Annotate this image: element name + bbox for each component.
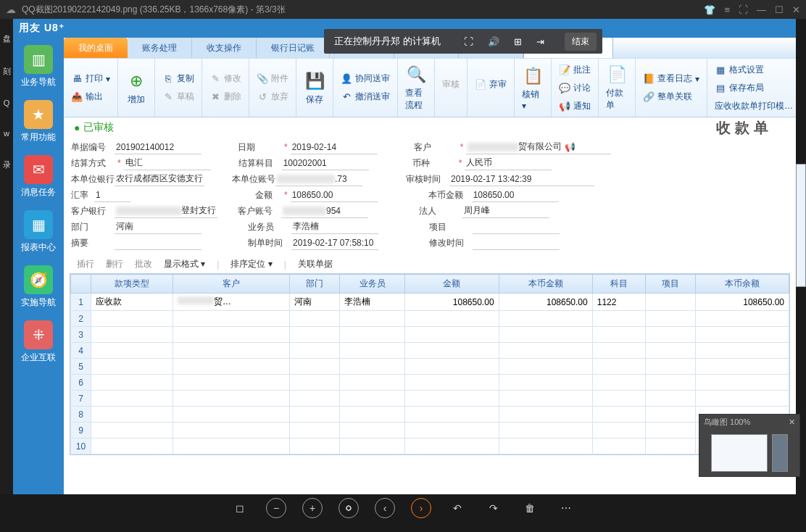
coreview-cancel-button[interactable]: ↶撤消送审 bbox=[338, 88, 393, 105]
cell-amount[interactable] bbox=[405, 407, 499, 423]
currency-field[interactable]: 人民币 bbox=[465, 157, 552, 170]
crop-icon[interactable]: ◻ bbox=[230, 498, 250, 518]
verify-button[interactable]: 📋核销 ▾ bbox=[519, 62, 547, 114]
dock-item[interactable]: w bbox=[4, 129, 9, 138]
cell-sales[interactable] bbox=[339, 423, 405, 439]
col-project[interactable]: 项目 bbox=[646, 275, 696, 294]
sidebar-item-impl[interactable]: 🧭实施导航 bbox=[13, 262, 64, 312]
cell-balance[interactable] bbox=[695, 375, 789, 391]
table-row[interactable]: 6 bbox=[71, 375, 789, 391]
cell-project[interactable] bbox=[646, 375, 696, 391]
maximize-icon[interactable]: ☐ bbox=[775, 4, 784, 15]
cell-subject[interactable] bbox=[592, 359, 646, 375]
custbank-label[interactable]: 客户银行 bbox=[71, 205, 115, 217]
notify-button[interactable]: 📢通知 bbox=[556, 98, 594, 115]
subject-field[interactable]: 100202001 bbox=[282, 157, 369, 170]
cell-customer[interactable] bbox=[173, 407, 289, 423]
copy-button[interactable]: ⎘复制 bbox=[159, 70, 197, 87]
cell-amount[interactable] bbox=[405, 375, 499, 391]
cell-sales[interactable] bbox=[339, 311, 405, 327]
cell-balance[interactable] bbox=[695, 311, 789, 327]
dept-field[interactable]: 河南 bbox=[115, 220, 202, 234]
fit-button[interactable]: ⭘ bbox=[338, 498, 359, 518]
col-type[interactable]: 款项类型 bbox=[91, 275, 173, 294]
ourbank-field[interactable]: 农行成都西区安德支行 bbox=[115, 173, 204, 186]
custacct-field[interactable]: 954 bbox=[281, 204, 368, 218]
volume-icon[interactable]: 🔊 bbox=[488, 36, 499, 47]
cell-sales[interactable] bbox=[339, 439, 405, 454]
cell-dept[interactable] bbox=[290, 439, 340, 454]
sidebar-item-message[interactable]: ✉消息任务 bbox=[13, 152, 64, 201]
cell-customer[interactable] bbox=[173, 375, 289, 391]
table-row[interactable]: 10 bbox=[71, 439, 789, 454]
tab-accounting[interactable]: 账务处理 bbox=[128, 38, 192, 58]
cell-subject[interactable] bbox=[592, 391, 646, 407]
cell-subject[interactable] bbox=[592, 343, 646, 359]
customer-field[interactable]: 贸有限公司📢 bbox=[466, 141, 611, 154]
cell-customer[interactable] bbox=[173, 359, 289, 375]
table-row[interactable]: 1应收款贸…河南李浩楠108650.00108650.001122108650.… bbox=[71, 294, 789, 311]
note-field[interactable] bbox=[115, 236, 202, 250]
cell-sales[interactable] bbox=[339, 327, 405, 343]
cell-customer[interactable] bbox=[173, 423, 289, 439]
cell-sales[interactable] bbox=[339, 359, 405, 375]
rotate-left-button[interactable]: ↶ bbox=[447, 498, 468, 518]
cell-project[interactable] bbox=[646, 391, 696, 407]
cell-type[interactable] bbox=[91, 343, 173, 359]
cell-balance[interactable] bbox=[695, 327, 789, 343]
cell-type[interactable] bbox=[91, 327, 173, 343]
layout-button[interactable]: ▤保存布局 bbox=[712, 80, 796, 96]
cell-local[interactable] bbox=[499, 359, 592, 375]
table-row[interactable]: 7 bbox=[71, 391, 789, 407]
cell-customer[interactable] bbox=[173, 327, 289, 343]
cell-customer[interactable] bbox=[173, 343, 289, 359]
cell-dept[interactable] bbox=[290, 423, 340, 439]
cell-subject[interactable] bbox=[592, 439, 646, 454]
col-customer[interactable]: 客户 bbox=[173, 275, 289, 294]
tab-desktop[interactable]: 我的桌面 bbox=[64, 38, 128, 58]
cell-dept[interactable] bbox=[290, 391, 340, 407]
amount-field[interactable]: 108650.00 bbox=[291, 188, 378, 202]
cell-dept[interactable] bbox=[290, 407, 340, 423]
unaudit-button[interactable]: 📄弃审 bbox=[472, 76, 510, 93]
col-sales[interactable]: 业务员 bbox=[339, 275, 405, 294]
cell-local[interactable] bbox=[499, 439, 592, 454]
cell-balance[interactable] bbox=[695, 391, 789, 407]
cell-amount[interactable] bbox=[405, 327, 499, 343]
output-button[interactable]: 📤输出 bbox=[68, 88, 113, 105]
cell-local[interactable] bbox=[499, 375, 592, 391]
table-row[interactable]: 3 bbox=[71, 327, 789, 343]
menu-icon[interactable]: ≡ bbox=[724, 4, 730, 15]
exit-icon[interactable]: ⇥ bbox=[536, 36, 544, 47]
sales-field[interactable]: 李浩楠 bbox=[291, 220, 378, 234]
minimize-icon[interactable]: — bbox=[757, 4, 766, 15]
coreview-send-button[interactable]: 👤协同送审 bbox=[338, 70, 393, 87]
cell-amount[interactable]: 108650.00 bbox=[405, 294, 499, 311]
print-button[interactable]: 🖶打印 ▾ bbox=[68, 70, 113, 87]
tab-income-expense[interactable]: 收支操作 bbox=[192, 38, 257, 58]
cell-customer[interactable] bbox=[173, 439, 289, 454]
table-row[interactable]: 4 bbox=[71, 343, 789, 359]
cell-project[interactable] bbox=[646, 327, 696, 343]
cell-amount[interactable] bbox=[405, 311, 499, 327]
cell-type[interactable] bbox=[91, 391, 173, 407]
table-row[interactable]: 8 bbox=[71, 407, 789, 423]
more-button[interactable]: ⋯ bbox=[556, 498, 576, 518]
cell-type[interactable]: 应收款 bbox=[91, 294, 173, 311]
related-doc-button[interactable]: 关联单据 bbox=[298, 258, 333, 270]
speaker-icon[interactable]: 📢 bbox=[565, 142, 576, 152]
ouracct-field[interactable]: .73 bbox=[275, 173, 362, 186]
cell-type[interactable] bbox=[91, 375, 173, 391]
format-button[interactable]: ▦格式设置 bbox=[712, 62, 796, 78]
cell-sales[interactable] bbox=[339, 391, 405, 407]
cell-type[interactable] bbox=[91, 439, 173, 454]
dock-item[interactable]: Q bbox=[4, 99, 10, 107]
fullscreen-icon[interactable]: ⛶ bbox=[739, 4, 748, 15]
cell-amount[interactable] bbox=[405, 359, 499, 375]
view-flow-button[interactable]: 🔍查看流程 bbox=[402, 61, 430, 115]
cell-amount[interactable] bbox=[405, 439, 499, 454]
next-button[interactable]: › bbox=[411, 498, 431, 518]
cell-local[interactable] bbox=[499, 407, 592, 423]
cell-amount[interactable] bbox=[405, 343, 499, 359]
log-button[interactable]: 📙查看日志 ▾ bbox=[640, 70, 702, 87]
